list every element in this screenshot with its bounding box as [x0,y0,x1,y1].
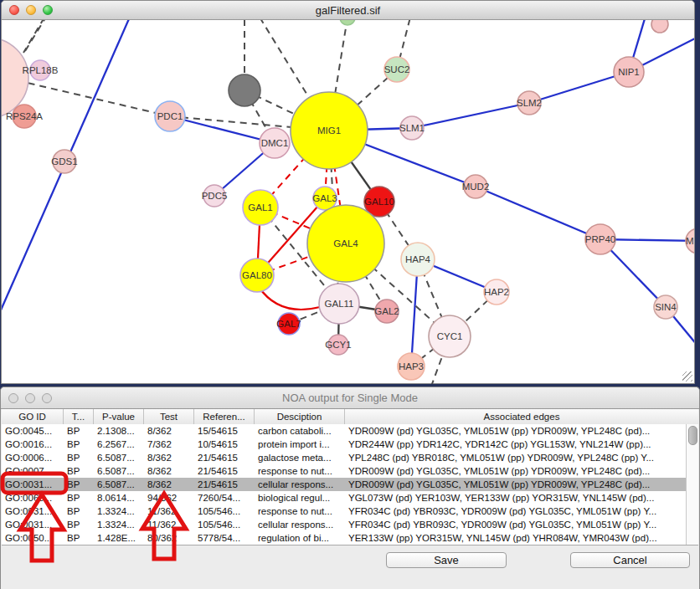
cell-reference: 105/546... [194,518,255,531]
cell-go_id: GO:0031... [2,518,64,531]
cancel-button[interactable]: Cancel [570,552,690,568]
vertical-scrollbar[interactable] [686,424,698,545]
cell-test: 11/362 [144,518,194,531]
cell-edges: YDR009W (pd) YGL035C, YML051W (pp) YDR00… [345,478,698,491]
cell-go_id: GO:0031... [2,478,64,491]
cell-reference: 15/54615 [194,424,255,438]
column-header-3[interactable]: P-value [94,409,144,424]
graph-node-top-right-pink[interactable] [651,20,668,33]
graph-node-label-mud2: MUD2 [462,182,490,192]
cell-type: BP [64,518,94,531]
cell-reference: 10/54615 [194,438,255,451]
cell-reference: 7260/54... [194,491,255,504]
graph-node-label-gal1: GAL1 [248,202,272,213]
cell-type: BP [64,438,94,451]
cell-p_value: 8.0614... [94,491,144,504]
cell-reference: 5778/54... [194,531,255,545]
graph-node-label-slm1: SLM1 [399,123,425,133]
column-header-6[interactable]: Desciption [255,409,345,424]
graph-edge-solid-blue[interactable] [476,187,600,239]
column-header-1[interactable]: GO ID [2,409,64,424]
cell-edges: YDR009W (pd) YGL035C, YML051W (pp) YDR00… [345,464,698,478]
graph-node-label-dmc1: DMC1 [261,138,289,148]
cell-reference: 105/546... [194,504,255,518]
cell-test: 8/362 [144,478,194,491]
resize-grip-icon[interactable] [682,371,692,382]
graph-node-label-rps24a: RPS24A [6,111,43,121]
cell-type: BP [64,531,94,545]
graph-node-label-gal7: GAL7 [276,319,301,329]
cell-description: response to nut... [255,464,345,478]
cell-test: 7/362 [144,438,194,451]
graph-node-label-gal10: GAL10 [364,197,394,207]
cell-description: galactose meta... [255,451,345,464]
cell-go_id: GO:0006... [2,451,64,464]
cell-test: 8/362 [144,464,194,478]
cell-p_value: 1.3324... [94,504,144,518]
table-row-1[interactable]: GO:0045...BP2.1308...8/36215/54615carbon… [2,424,698,438]
cell-description: cellular respons... [255,478,345,491]
results-table-header: GO IDT...P-valueTestReferen...Desciption… [2,409,698,425]
graph-node-label-gds1: GDS1 [51,156,77,166]
cell-go_id: GO:0065... [2,491,64,504]
cell-go_id: GO:0050... [2,531,64,545]
cell-go_id: GO:0045... [2,424,64,438]
graph-edge-solid-blue[interactable] [412,103,529,128]
results-table-body: GO:0045...BP2.1308...8/36215/54615carbon… [2,424,698,545]
graph-node-label-cyc1: CYC1 [437,331,463,341]
network-canvas[interactable]: RPL18BRPS24AGDS1PDC1DMC1MIG1SUC2SLM1SLM2… [2,20,694,384]
column-header-5[interactable]: Referen... [194,409,255,424]
network-window: galFiltered.sif RPL18BRPS24AGDS1PDC1DMC1… [1,0,695,384]
graph-node-label-nip1: NIP1 [618,67,640,77]
graph-node-label-suc2: SUC2 [384,64,410,74]
table-row-6[interactable]: GO:0065...BP8.0614...94/3627260/54...bio… [2,491,698,504]
cell-p_value: 1.3324... [94,518,144,531]
cell-test: 8/362 [144,451,194,464]
save-button[interactable]: Save [386,552,507,568]
cell-p_value: 6.5087... [94,478,144,491]
graph-node-top-green[interactable] [340,20,355,25]
table-row-8[interactable]: GO:0031...BP1.3324...11/362105/546...cel… [2,518,698,531]
table-row-7[interactable]: GO:0031...BP1.3324...11/362105/546...res… [2,504,698,518]
cell-test: 11/362 [144,504,194,518]
graph-edge-solid-red[interactable] [259,287,320,310]
table-row-2[interactable]: GO:0016...BP6.2567...7/36210/54615protei… [2,438,698,451]
noa-window-title: NOA output for Single Mode [1,387,699,408]
cell-type: BP [64,478,94,491]
table-row-9[interactable]: GO:0050...BP1.428E...80/3625778/54...reg… [2,531,698,545]
graph-node-label-rpl18b: RPL18B [23,65,59,75]
cell-description: carbon cataboli... [255,424,345,438]
cell-description: protein import i... [255,438,345,451]
cell-type: BP [64,504,94,518]
cell-reference: 21/54615 [194,451,255,464]
cell-p_value: 6.5087... [94,451,144,464]
cell-edges: YPL248C (pd) YBR018C, YML051W (pp) YDR00… [345,451,698,464]
table-row-5[interactable]: GO:0031...BP6.5087...8/36221/54615cellul… [2,478,698,491]
graph-edge-dashed-gray[interactable] [25,20,52,51]
noa-window-titlebar[interactable]: NOA output for Single Mode [1,387,699,409]
cell-type: BP [64,424,94,438]
graph-node-label-pdc1: PDC1 [157,111,183,121]
cell-p_value: 1.428E... [94,531,144,545]
cell-edges: YDR009W (pd) YGL035C, YML051W (pp) YDR00… [345,424,698,438]
table-row-3[interactable]: GO:0006...BP6.5087...8/36221/54615galact… [2,451,698,464]
table-row-4[interactable]: GO:0007...BP6.5087...8/36221/54615respon… [2,464,698,478]
cell-p_value: 2.1308... [94,424,144,438]
cell-go_id: GO:0031... [2,504,64,518]
column-header-7[interactable]: Associated edges [345,409,698,424]
graph-node-label-sin4: SIN4 [655,302,677,312]
cell-reference: 21/54615 [194,478,255,491]
cell-description: biological regul... [255,491,345,504]
network-window-titlebar[interactable]: galFiltered.sif [2,1,694,20]
graph-node-label-gal2: GAL2 [374,306,399,316]
column-header-2[interactable]: T... [64,409,94,424]
column-header-4[interactable]: Test [144,409,194,424]
graph-node-label-gal11: GAL11 [325,299,354,309]
cell-type: BP [64,451,94,464]
cell-description: response to nut... [255,504,345,518]
graph-node-label-pdc5: PDC5 [202,191,228,201]
cell-description: cellular respons... [255,518,345,531]
cell-edges: YFR034C (pd) YBR093C, YDR009W (pd) YGL03… [345,504,698,518]
scrollbar-thumb[interactable] [688,426,697,445]
graph-node-gray-node[interactable] [229,74,260,106]
